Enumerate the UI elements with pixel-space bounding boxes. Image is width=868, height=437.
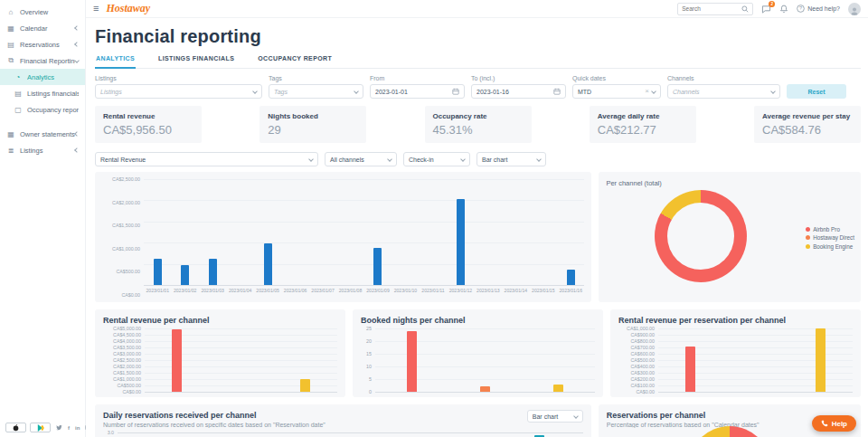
tags-filter-label: Tags bbox=[269, 75, 363, 81]
bars bbox=[118, 432, 583, 437]
bar-slot bbox=[409, 432, 438, 437]
panel-title: Daily reservations received per channel bbox=[103, 411, 583, 420]
legend-item[interactable]: Hostaway Direct bbox=[806, 234, 854, 241]
facebook-icon[interactable]: f bbox=[68, 425, 70, 431]
bar-slot bbox=[380, 432, 409, 437]
sidebar-item-calendar[interactable]: ▦ Calendar bbox=[0, 20, 85, 36]
app-store-badge[interactable] bbox=[5, 423, 26, 432]
sidebar-divider bbox=[0, 118, 85, 126]
channels-scope-select[interactable]: All channels bbox=[325, 152, 397, 166]
svg-text:?: ? bbox=[799, 5, 802, 11]
chevron-down-icon bbox=[460, 157, 466, 162]
per-channel-donut-chart bbox=[655, 190, 747, 282]
rental-revenue-bar-chart: CA$2,500.00CA$2,000.00CA$1,500.00CA$1,00… bbox=[102, 179, 584, 295]
clear-icon[interactable]: × bbox=[645, 88, 649, 95]
x-tick-label: 2023/01/08 bbox=[336, 288, 363, 293]
legend-item[interactable]: Airbnb Pro bbox=[806, 226, 854, 233]
google-play-icon bbox=[37, 424, 44, 432]
linkedin-icon[interactable]: in bbox=[75, 425, 80, 431]
kpi-rental-revenue: Rental revenue CA$5,956.50 bbox=[95, 106, 202, 143]
channels-select[interactable]: Channels bbox=[667, 84, 780, 99]
x-tick-label: 2023/01/04 bbox=[226, 288, 253, 293]
sidebar-item-owner-statements[interactable]: ▦ Owner statements bbox=[0, 126, 85, 142]
listings-financials-icon: ▤ bbox=[14, 90, 23, 98]
hamburger-menu-icon[interactable]: ≡ bbox=[93, 4, 99, 14]
plot-area bbox=[375, 328, 595, 392]
reset-button[interactable]: Reset bbox=[787, 84, 846, 99]
y-tick-label: 25 bbox=[366, 326, 372, 331]
gridline bbox=[144, 285, 584, 286]
x-tick-label: 2023/01/09 bbox=[364, 288, 392, 293]
to-date-input[interactable]: 2023-01-16 bbox=[471, 84, 566, 99]
quick-dates-select[interactable]: MTD × bbox=[572, 84, 661, 99]
sidebar-item-analytics[interactable]: ◔ Analytics bbox=[0, 69, 85, 85]
chevron-down-icon bbox=[651, 89, 656, 94]
listings-filter-label: Listings bbox=[95, 75, 262, 81]
tab-listings-financials[interactable]: LISTINGS FINANCIALS bbox=[157, 52, 235, 69]
messages-button[interactable]: 2 bbox=[761, 5, 771, 14]
bars bbox=[144, 179, 584, 285]
rental-revenue-per-channel-panel: Rental revenue per channel CA$5,000.00CA… bbox=[95, 309, 345, 397]
search-input[interactable] bbox=[682, 5, 741, 12]
question-circle-icon: ? bbox=[797, 5, 805, 13]
pie-disc bbox=[688, 426, 771, 437]
daily-chart-type-select[interactable]: Bar chart bbox=[527, 410, 583, 423]
y-tick-label: CA$0.00 bbox=[122, 389, 141, 394]
y-tick-label: CA$800.00 bbox=[630, 338, 655, 344]
metric-select[interactable]: Rental Revenue bbox=[95, 152, 318, 166]
need-help-button[interactable]: ? Need help? bbox=[797, 5, 840, 13]
sidebar-item-overview[interactable]: ⌂ Overview bbox=[0, 4, 85, 20]
bars bbox=[145, 328, 337, 392]
from-date-input[interactable]: 2023-01-01 bbox=[370, 84, 465, 99]
sidebar-item-listings[interactable]: ≣ Listings bbox=[0, 142, 85, 158]
listings-select[interactable]: Listings bbox=[95, 84, 262, 99]
sidebar-item-financial-reporting[interactable]: ⧉ Financial Reporting bbox=[0, 52, 85, 69]
sidebar-item-label: Overview bbox=[20, 8, 79, 16]
channels-filter: Channels Channels bbox=[667, 75, 780, 99]
bar-slot bbox=[145, 328, 209, 392]
tags-filter: Tags Tags bbox=[269, 75, 363, 99]
legend-label: Airbnb Pro bbox=[813, 226, 840, 233]
twitter-icon[interactable] bbox=[56, 424, 62, 431]
tab-analytics[interactable]: ANALYTICS bbox=[95, 52, 136, 69]
donut-title: Per channel (total) bbox=[606, 179, 854, 187]
bar-slot bbox=[522, 328, 595, 392]
bar-slot bbox=[281, 179, 308, 285]
tags-select[interactable]: Tags bbox=[269, 84, 363, 99]
bar-slot bbox=[438, 432, 467, 437]
bar-slot bbox=[420, 179, 447, 285]
bar-slot bbox=[144, 179, 171, 285]
main-area: ≡ Hostaway 2 ? Need help? bbox=[86, 0, 868, 437]
bar-slot bbox=[475, 179, 502, 285]
google-play-badge[interactable] bbox=[30, 423, 51, 432]
bar-slot bbox=[530, 179, 557, 285]
search-box[interactable] bbox=[677, 3, 753, 15]
chevron-down-icon bbox=[74, 58, 80, 63]
from-date-value: 2023-01-01 bbox=[375, 89, 449, 95]
bar-slot bbox=[226, 179, 253, 285]
help-button-label: Help bbox=[832, 420, 847, 428]
chevron-left-icon bbox=[74, 25, 80, 31]
bar bbox=[480, 386, 490, 392]
date-basis-select[interactable]: Check-in bbox=[403, 152, 470, 166]
sidebar-item-listings-financials[interactable]: ▤ Listings financials bbox=[0, 85, 85, 101]
legend-label: Booking Engine bbox=[813, 243, 853, 250]
legend-item[interactable]: Booking Engine bbox=[806, 243, 854, 250]
y-tick-label: 5 bbox=[369, 376, 372, 382]
tab-occupancy-report[interactable]: OCCUPANCY REPORT bbox=[257, 52, 333, 69]
chevron-down-icon bbox=[252, 89, 258, 94]
bar-slot bbox=[364, 179, 392, 285]
bar-slot bbox=[447, 179, 474, 285]
sidebar-item-occupancy-report[interactable]: ▢ Occupancy report bbox=[0, 101, 85, 118]
bell-icon bbox=[779, 5, 788, 14]
notifications-button[interactable] bbox=[779, 5, 788, 14]
help-button[interactable]: Help bbox=[812, 415, 856, 432]
bar-slot bbox=[375, 328, 448, 392]
y-tick-label: CA$2,000.00 bbox=[112, 200, 140, 205]
avatar[interactable] bbox=[848, 3, 861, 15]
kpi-average-daily-rate: Average daily rate CA$212.77 bbox=[590, 106, 696, 143]
sidebar-item-reservations[interactable]: ▤ Reservations bbox=[0, 36, 85, 52]
middle-charts-row: Rental revenue per channel CA$5,000.00CA… bbox=[95, 309, 861, 397]
chart-type-select[interactable]: Bar chart bbox=[476, 152, 546, 166]
x-tick-label: 2023/01/05 bbox=[254, 288, 281, 293]
